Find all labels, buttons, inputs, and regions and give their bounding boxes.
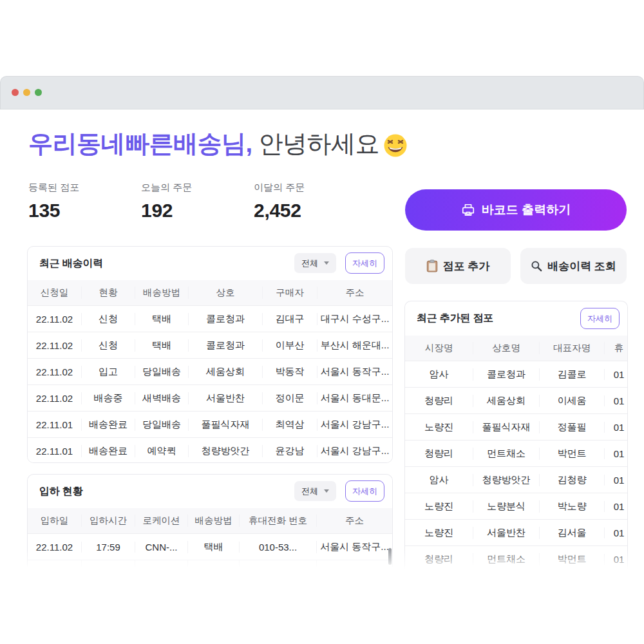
clipboard-icon — [426, 260, 438, 272]
chevron-down-icon — [324, 261, 329, 265]
table-header-row: 시장명상호명대표자명휴 — [405, 336, 628, 361]
column-header: 휴대전화 번호 — [239, 515, 316, 527]
table-cell: 암사 — [405, 368, 473, 381]
table-cell: 풀필식자재 — [188, 419, 262, 431]
stat-label: 이달의 주문 — [254, 182, 305, 194]
column-header: 배송방법 — [187, 515, 239, 527]
stat-value: 2,452 — [254, 200, 305, 222]
table-cell: 서울시 동작구... — [316, 541, 392, 553]
table-cell: 22.11.01 — [28, 446, 81, 457]
column-header: 주소 — [317, 287, 392, 299]
stores-table: 시장명상호명대표자명휴암사콜로청과김콜로01청량리세움상회이세움01노량진풀필식… — [405, 336, 627, 570]
column-header: 배송방법 — [135, 287, 188, 299]
table-cell: 노량진 — [405, 527, 473, 539]
filter-value: 전체 — [301, 486, 318, 497]
table-cell: 노량분식 — [473, 500, 539, 513]
table-row: 22.11.02입고당일배송세움상회박동작서울시 동작구... — [28, 358, 392, 384]
card-header: 최근 배송이력 전체 자세히 — [28, 247, 392, 280]
table-cell: 택배 — [135, 313, 188, 325]
table-row: 22.11.02배송중새벽배송서울반찬정이문서울시 동대문... — [28, 384, 392, 411]
maximize-window-icon[interactable] — [35, 89, 42, 96]
search-history-label: 배송이력 조회 — [547, 259, 616, 274]
dashboard-page: 우리동네빠른배송님, 안녕하세요 등록된 점포 135 오늘의 주문 192 이… — [0, 0, 644, 644]
delivery-detail-button[interactable]: 자세히 — [345, 252, 384, 274]
table-cell: 입고 — [81, 366, 135, 378]
table-cell: 01 — [604, 501, 628, 512]
table-row: 22.11.02신청택배콜로청과김대구대구시 수성구... — [28, 305, 392, 332]
table-cell: 예약퀵 — [135, 445, 188, 457]
stat-value: 135 — [28, 200, 79, 222]
greeting-text: 안녕하세요 — [259, 128, 380, 160]
table-cell: 서울반찬 — [473, 527, 539, 539]
table-row: 노량진서울반찬김서울01 — [405, 519, 628, 545]
table-cell: 이세움 — [539, 395, 604, 407]
column-header: 입하일 — [28, 515, 81, 527]
table-cell: 택배 — [187, 541, 239, 553]
table-cell: 김대구 — [262, 313, 317, 325]
table-cell: 배송완료 — [81, 445, 135, 457]
table-cell: 윤강남 — [262, 445, 317, 457]
table-cell: 김청량 — [539, 474, 604, 486]
table-cell: 대구시 수성구... — [317, 313, 392, 325]
table-cell: 노량진 — [405, 421, 473, 433]
table-cell: 노량진 — [405, 500, 473, 513]
table-cell: 이부산 — [262, 339, 317, 352]
minimize-window-icon[interactable] — [23, 89, 30, 96]
card-header: 최근 추가된 점포 자세히 — [405, 301, 627, 336]
search-history-button[interactable]: 배송이력 조회 — [520, 248, 627, 284]
table-row: 22.11.01배송완료당일배송풀필식자재최역삼서울시 강남구... — [28, 411, 392, 437]
table-row: 노량진풀필식자재정풀필01 — [405, 413, 628, 440]
print-barcode-button[interactable]: 바코드 출력하기 — [405, 189, 627, 231]
table-cell: 택배 — [135, 339, 188, 352]
stores-detail-button[interactable]: 자세히 — [580, 308, 620, 329]
table-cell: 당일배송 — [135, 419, 188, 431]
arrival-status-card: 입하 현황 전체 자세히 입하일입하시간로케이션배송방법휴대전화 번호주소22.… — [27, 474, 393, 567]
user-name: 우리동네빠른배송님, — [28, 128, 252, 160]
arrival-table: 입하일입하시간로케이션배송방법휴대전화 번호주소22.11.0217:59CNN… — [28, 508, 392, 560]
table-cell: 청량리 — [405, 395, 473, 407]
table-cell: 박먼트 — [539, 448, 604, 460]
laughing-emoji-icon — [383, 133, 408, 158]
scrollbar-thumb[interactable] — [388, 548, 392, 565]
table-cell: 김콜로 — [539, 368, 604, 381]
table-cell: 새벽배송 — [135, 392, 188, 404]
table-cell: 청량방앗간 — [188, 445, 262, 457]
table-row: 암사콜로청과김콜로01 — [405, 361, 628, 387]
close-window-icon[interactable] — [12, 89, 19, 96]
table-cell: 01 — [604, 554, 628, 565]
table-cell: 청량리 — [405, 448, 473, 460]
table-row-partial — [28, 560, 392, 567]
table-cell: 세움상회 — [473, 395, 539, 407]
arrival-filter-dropdown[interactable]: 전체 — [294, 481, 336, 501]
table-row: 노량진노량분식박노량01 — [405, 493, 628, 519]
table-cell: 암사 — [405, 474, 473, 486]
page-background — [0, 573, 644, 644]
recent-stores-card: 최근 추가된 점포 자세히 시장명상호명대표자명휴암사콜로청과김콜로01청량리세… — [404, 301, 628, 570]
table-cell: 당일배송 — [135, 366, 188, 378]
column-header: 상호명 — [473, 342, 539, 354]
table-cell: 박노량 — [539, 500, 604, 513]
table-cell: 01 — [604, 527, 628, 538]
table-cell: 신청 — [81, 339, 135, 352]
printer-icon — [461, 203, 475, 217]
table-cell: 청량리 — [405, 553, 473, 565]
table-cell: 010-53... — [239, 542, 316, 553]
table-cell: 세움상회 — [188, 366, 262, 378]
delivery-filter-dropdown[interactable]: 전체 — [294, 253, 336, 273]
table-cell: 정이문 — [262, 392, 317, 404]
stat-monthly-orders: 이달의 주문 2,452 — [254, 182, 305, 222]
table-cell: 서울반찬 — [188, 392, 262, 404]
recent-delivery-card: 최근 배송이력 전체 자세히 신청일현황배송방법상호구매자주소22.11.02신… — [27, 246, 393, 463]
table-row: 22.11.01배송완료예약퀵청량방앗간윤강남서울시 강남구... — [28, 437, 392, 463]
arrival-detail-button[interactable]: 자세히 — [345, 480, 384, 502]
card-title: 최근 추가된 점포 — [417, 312, 493, 325]
column-header: 휴 — [604, 342, 628, 354]
column-header: 상호 — [188, 287, 262, 299]
table-cell: 먼트채소 — [473, 553, 539, 565]
filter-value: 전체 — [301, 258, 318, 269]
table-cell: 콜로청과 — [473, 368, 539, 381]
table-cell: 01 — [604, 448, 628, 459]
table-cell: 01 — [604, 422, 628, 433]
table-cell: 서울시 동작구... — [317, 366, 392, 378]
add-store-button[interactable]: 점포 추가 — [405, 248, 511, 284]
